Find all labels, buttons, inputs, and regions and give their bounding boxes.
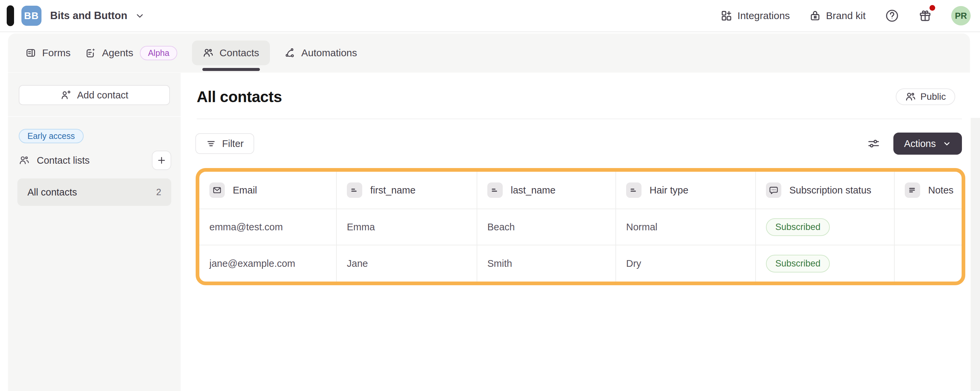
column-header-notes[interactable]: Notes [895,172,962,209]
tab-agents[interactable]: Agents Alpha [85,46,177,60]
short-text-icon [626,182,641,198]
brand-kit-button[interactable]: Brand kit [810,10,865,21]
contacts-icon [203,48,213,58]
active-tab-indicator [202,68,260,71]
column-header-hair-type[interactable]: Hair type [616,172,756,209]
contact-lists-label: Contact lists [37,155,90,166]
cell-last-name[interactable]: Smith [477,246,616,281]
tab-automations-label: Automations [301,47,357,59]
cell-hair-type[interactable]: Normal [616,209,756,245]
actions-label: Actions [904,138,936,149]
view-settings-button[interactable] [867,137,880,150]
sidebar-divider [8,116,181,117]
column-header-first-name[interactable]: first_name [337,172,477,209]
cell-subscription-status[interactable]: Subscribed [756,209,895,245]
integrations-label: Integrations [738,10,790,21]
add-contact-label: Add contact [77,90,128,101]
agents-icon [85,48,96,58]
user-avatar[interactable]: PR [951,6,970,26]
public-label: Public [921,91,946,102]
brand-kit-icon [810,10,821,21]
tab-forms[interactable]: Forms [25,47,71,59]
workspace-logo[interactable]: BB [21,6,41,26]
add-list-button[interactable] [152,151,171,170]
filter-button[interactable]: Filter [195,133,254,154]
app-header: BB Bits and Button Integrations Brand ki… [0,0,980,32]
scrollbar-track[interactable] [970,118,980,391]
cell-first-name[interactable]: Emma [337,209,477,245]
contacts-sidebar: Add contact Early access Contact lists A… [8,73,181,391]
integrations-button[interactable]: Integrations [721,10,790,21]
early-access-badge: Early access [19,129,84,143]
cell-hair-type[interactable]: Dry [616,246,756,281]
integrations-icon [721,10,732,21]
short-text-icon [487,182,503,198]
actions-button[interactable]: Actions [893,132,962,155]
column-header-email[interactable]: Email [199,172,337,209]
chat-bubble-icon [766,182,781,198]
tab-automations[interactable]: Automations [285,47,357,59]
column-header-last-name[interactable]: last_name [477,172,616,209]
page-title: All contacts [197,88,282,106]
help-icon [885,9,899,23]
workspace-card: Forms Agents Alpha Contacts Automations [8,34,970,391]
workspace-name[interactable]: Bits and Button [50,10,127,22]
table-header-row: Email first_name last_name [199,172,962,209]
forms-icon [25,48,36,58]
contacts-main-panel: All contacts Public Filter [181,73,970,391]
gift-icon [918,9,932,22]
contacts-table: Email first_name last_name [196,168,965,285]
cell-notes[interactable] [895,209,962,245]
list-name: All contacts [27,187,77,198]
chevron-down-icon [943,139,951,148]
filter-label: Filter [222,138,243,149]
tab-contacts-label: Contacts [220,47,259,59]
filter-icon [206,139,216,148]
brand-kit-label: Brand kit [826,10,865,21]
title-divider [197,118,962,119]
list-count: 2 [156,187,161,198]
automations-icon [285,48,295,58]
help-button[interactable] [885,9,899,23]
sidebar-item-all-contacts[interactable]: All contacts 2 [18,179,171,206]
cell-last-name[interactable]: Beach [477,209,616,245]
chevron-down-icon[interactable] [135,11,145,21]
add-contact-button[interactable]: Add contact [19,85,170,105]
sliders-icon [867,137,880,150]
cell-email[interactable]: jane@example.com [199,246,337,281]
status-badge: Subscribed [766,218,830,236]
cell-first-name[interactable]: Jane [337,246,477,281]
table-row[interactable]: jane@example.com Jane Smith Dry Subscrib… [199,246,962,281]
cell-notes[interactable] [895,246,962,281]
tab-agents-label: Agents [102,47,133,59]
cell-subscription-status[interactable]: Subscribed [756,246,895,281]
table-toolbar: Filter Actions [195,132,962,155]
notification-dot [929,5,935,11]
plus-icon [156,155,167,165]
tab-contacts[interactable]: Contacts [192,40,270,65]
main-tabbar: Forms Agents Alpha Contacts Automations [8,34,970,73]
person-plus-icon [60,90,71,101]
cell-email[interactable]: emma@test.com [199,209,337,245]
tab-forms-label: Forms [42,47,71,59]
status-badge: Subscribed [766,255,830,273]
gift-button[interactable] [918,9,932,22]
email-icon [209,182,225,198]
people-icon [905,91,916,102]
long-text-icon [905,182,920,198]
column-header-subscription-status[interactable]: Subscription status [756,172,895,209]
alpha-badge: Alpha [140,46,177,60]
people-icon [19,155,29,166]
contact-lists-header: Contact lists [19,151,171,170]
app-logo-mark [7,5,14,26]
public-button[interactable]: Public [896,88,955,105]
table-row[interactable]: emma@test.com Emma Beach Normal Subscrib… [199,209,962,246]
short-text-icon [347,182,362,198]
